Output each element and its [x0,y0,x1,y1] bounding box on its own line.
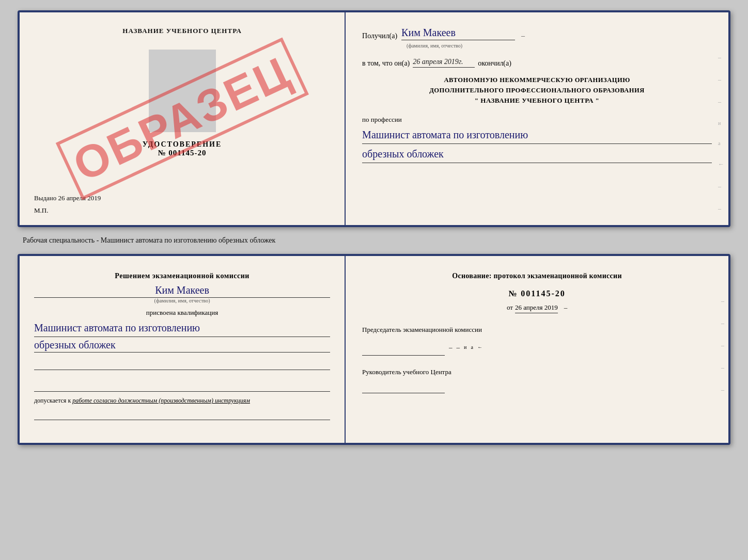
predsedatel-sign-line [362,343,445,356]
okonchil-label: окончил(а) [478,59,511,68]
i-letter: и [464,344,466,350]
vydano-row: Выдано 26 апреля 2019 [34,179,330,202]
dopusk-bottom-line [34,410,330,420]
vydano-label: Выдано [34,194,56,202]
kvalif-line2: обрезных обложек [34,339,330,353]
decorative-dashes: ––– и а ← –––– [718,54,724,227]
poluchil-label: Получил(а) [362,32,397,40]
ot-row: от 26 апреля 2019 – [362,300,712,313]
komissia-name: Ким Макеев [34,284,330,298]
poluchil-name: Ким Макеев [401,27,515,40]
profession-line1: Машинист автомата по изготовлению [362,127,712,144]
po-professii-label: по профессии [362,116,712,124]
bottom-left-panel: Решением экзаменационной комиссии Ким Ма… [20,256,346,443]
org-line1: АВТОНОМНУЮ НЕКОММЕРЧЕСКУЮ ОРГАНИЗАЦИЮ [362,75,712,85]
ot-date: 26 апреля 2019 [515,303,558,313]
rukovoditel-block: Руководитель учебного Центра [362,367,712,394]
org-line2: ДОПОЛНИТЕЛЬНОГО ПРОФЕССИОНАЛЬНОГО ОБРАЗО… [362,85,712,95]
org-name: " НАЗВАНИЕ УЧЕБНОГО ЦЕНТРА " [362,95,712,106]
photo-placeholder [149,50,216,132]
dopuskaetsya-label: допускается к [34,397,71,404]
vtom-date: 26 апреля 2019г. [413,58,475,68]
osnovanie-title: Основание: протокол экзаменационной коми… [362,270,712,282]
fio-label-top: (фамилия, имя, отчество) [407,43,462,49]
predsedatel-dash2: – [457,343,460,351]
a-letter: а [471,344,473,350]
empty-signature-lines [34,360,330,392]
bottom-document-card: Решением экзаменационной комиссии Ким Ма… [18,254,730,445]
predsedatel-dash: – [449,343,453,351]
mp-label: М.П. [34,206,330,215]
rukovoditel-sign-line [362,381,445,393]
ot-prefix: от [507,303,513,311]
center-name-top: НАЗВАНИЕ УЧЕБНОГО ЦЕНТРА [34,27,330,35]
bottom-right-panel: Основание: протокол экзаменационной коми… [346,256,728,443]
udostoverenie-number: № 001145-20 [34,149,330,157]
vydano-date: 26 апреля 2019 [58,194,101,202]
fio-sub-bottom: (фамилия, имя, отчество) [34,298,330,303]
bottom-decorative-dashes: ––––– [721,297,724,394]
top-document-card: НАЗВАНИЕ УЧЕБНОГО ЦЕНТРА УДОСТОВЕРЕНИЕ №… [18,10,730,227]
prisvoena-label: присвоена квалификация [34,309,330,317]
top-left-panel: НАЗВАНИЕ УЧЕБНОГО ЦЕНТРА УДОСТОВЕРЕНИЕ №… [20,12,346,225]
poluchil-dash: – [521,32,525,40]
predsedatel-label: Председатель экзаменационной комиссии [362,325,712,335]
dopuskaetsya-row: допускается к работе согласно должностны… [34,397,330,405]
resheniem-title: Решением экзаменационной комиссии [34,270,330,281]
rukovoditel-label: Руководитель учебного Центра [362,367,712,377]
arrow-left: ← [477,344,482,350]
between-text: Рабочая специальность - Машинист автомат… [18,236,730,245]
udostoverenie-block: УДОСТОВЕРЕНИЕ № 001145-20 [34,140,330,157]
top-right-panel: Получил(а) Ким Макеев – (фамилия, имя, о… [346,12,728,225]
dopusk-italic-text: работе согласно должностным (производств… [72,397,250,404]
ot-dash: – [564,303,568,311]
kvalif-line1: Машинист автомата по изготовлению [34,320,330,337]
protocol-number: № 001145-20 [362,289,712,298]
profession-line2: обрезных обложек [362,146,712,163]
vtom-prefix: в том, что он(а) [362,59,410,68]
org-block: АВТОНОМНУЮ НЕКОММЕРЧЕСКУЮ ОРГАНИЗАЦИЮ ДО… [362,75,712,106]
predsedatel-block: Председатель экзаменационной комиссии – … [362,325,712,356]
udostoverenie-label: УДОСТОВЕРЕНИЕ [34,140,330,149]
vtom-row: в том, что он(а) 26 апреля 2019г. окончи… [362,58,712,68]
